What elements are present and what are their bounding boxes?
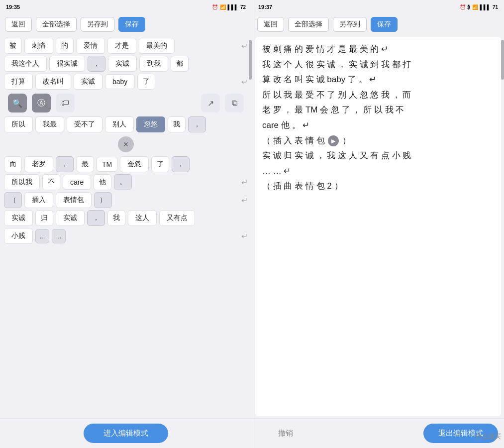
chip-bu[interactable]: 不	[42, 174, 60, 190]
chip-biaoqingbao[interactable]: 表情包	[56, 192, 92, 208]
text-line-6: care 他 。 ↵	[262, 120, 309, 130]
chip-citong[interactable]: 刺痛	[24, 38, 53, 54]
chip-ellipsis2[interactable]: ...	[52, 229, 66, 243]
right-scroll-indicator[interactable]	[501, 40, 504, 80]
wifi-icon: 📶	[220, 4, 226, 10]
text-line-1: 被 刺 痛 的 爱 情 才 是 最 美 的 ↵	[262, 44, 388, 54]
chip-shounbuliao[interactable]: 受不了	[67, 116, 102, 132]
tag-action-icon[interactable]: 🏷	[56, 94, 75, 112]
chip-ellipsis1[interactable]: ...	[35, 229, 49, 243]
chip-aiqing[interactable]: 爱情	[76, 38, 105, 54]
close-circle-row: ✕	[4, 134, 248, 154]
chip-bei[interactable]: 被	[4, 38, 22, 54]
chip-wozui[interactable]: 我最	[35, 116, 64, 132]
chip-er[interactable]: 而	[4, 156, 22, 172]
chip-charu[interactable]: 插入	[24, 192, 53, 208]
chip-caishi[interactable]: 才是	[107, 38, 136, 54]
chip-baby[interactable]: baby	[105, 74, 135, 89]
chip-row-8: （ 插入 表情包 ） ↵	[4, 192, 248, 208]
right-text-view[interactable]: 被 刺 痛 的 爱 情 才 是 最 美 的 ↵ 我 这 个 人 很 实 诚 ， …	[255, 37, 501, 416]
chip-close-bracket[interactable]: ）	[94, 192, 112, 208]
text-line-9: … … ↵	[262, 166, 291, 176]
chip-suoyi1[interactable]: 所以	[4, 116, 33, 132]
text-line-5: 老 罗 ， 最 TM 会 忽 了 ， 所 以 我 不	[262, 105, 404, 114]
chip-huihu[interactable]: 会忽	[120, 156, 149, 172]
chip-youyoudian[interactable]: 又有点	[159, 210, 195, 226]
chip-row-5: 所以 我最 受不了 别人 忽悠 我 ，	[4, 116, 248, 132]
chip-row-2: 我这个人 很实诚 ， 实诚 到我 都	[4, 56, 248, 72]
chip-shicheng2[interactable]: 实诚	[74, 74, 102, 90]
right-cancel-button[interactable]: 撤销	[258, 424, 313, 443]
right-save-as-button[interactable]: 另存到	[333, 17, 367, 32]
share-action-icon[interactable]: ↗	[201, 94, 220, 112]
return-arrow-1: ↵	[241, 41, 248, 51]
chip-care[interactable]: care	[63, 175, 91, 190]
search-action-icon[interactable]: 🔍	[8, 94, 27, 112]
right-battery: 71	[493, 4, 498, 10]
chip-open-bracket[interactable]: （	[4, 192, 22, 208]
chip-laoluo[interactable]: 老罗	[24, 156, 53, 172]
chip-le1[interactable]: 了	[137, 74, 155, 90]
chip-period[interactable]: 。	[114, 174, 132, 190]
chip-zui[interactable]: 最	[76, 156, 94, 172]
right-time: 19:37	[258, 4, 272, 10]
copy-action-icon[interactable]: ⧉	[225, 94, 244, 112]
left-chips-area: 被 刺痛 的 爱情 才是 最美的 ↵ 我这个人 很实诚 ， 实诚 到我 都 打算…	[0, 35, 252, 418]
chip-tm[interactable]: TM	[97, 157, 117, 172]
chip-zheren[interactable]: 这人	[128, 210, 157, 226]
battery-left: 72	[240, 4, 246, 10]
chip-comma4[interactable]: ，	[172, 156, 190, 172]
right-back-button[interactable]: 返回	[257, 17, 284, 32]
left-enter-edit-button[interactable]: 进入编辑模式	[84, 424, 168, 443]
close-circle-button[interactable]: ✕	[118, 136, 134, 152]
text-line-7: （ 插 入 表 情 包	[262, 136, 327, 145]
left-save-button[interactable]: 保存	[118, 17, 145, 32]
chip-comma2[interactable]: ，	[188, 116, 206, 132]
right-select-all-button[interactable]: 全部选择	[288, 17, 329, 32]
return-arrow-3: ↵	[241, 77, 248, 87]
chip-huyou[interactable]: 忽悠	[136, 116, 165, 132]
play-button[interactable]: ▶	[328, 135, 339, 146]
edit-action-icon[interactable]: Ⓐ	[32, 94, 51, 112]
chip-wo2[interactable]: 我	[107, 210, 125, 226]
chip-ta[interactable]: 他	[94, 174, 111, 190]
chip-henshicheng[interactable]: 很实诚	[49, 56, 85, 72]
clock-icon: ⏰	[212, 4, 218, 10]
chip-comma1[interactable]: ，	[88, 56, 105, 72]
chip-shicheng4[interactable]: 实诚	[56, 210, 85, 226]
chip-le2[interactable]: 了	[151, 156, 169, 172]
chip-shicheng3[interactable]: 实诚	[4, 210, 33, 226]
right-save-button[interactable]: 保存	[371, 17, 398, 32]
chip-gaiming[interactable]: 改名叫	[35, 74, 71, 90]
text-line-4: 所 以 我 最 受 不 了 别 人 忽 悠 我 ， 而	[262, 90, 411, 100]
return-arrow-8: ↵	[241, 196, 248, 205]
chip-comma5[interactable]: ，	[87, 210, 105, 226]
chip-xiaojian[interactable]: 小贱	[4, 228, 33, 244]
left-status-icons: ⏰ 📶 ▌▌▌ 72	[212, 4, 246, 10]
left-select-all-button[interactable]: 全部选择	[36, 17, 77, 32]
chip-row-9: 实诚 归 实诚 ， 我 这人 又有点	[4, 210, 248, 226]
chip-bieren[interactable]: 别人	[105, 116, 134, 132]
action-row: 🔍 Ⓐ 🏷 ↗ ⧉	[4, 92, 248, 114]
chip-suoyiwo[interactable]: 所以我	[4, 174, 40, 190]
text-line-8: 实 诚 归 实 诚 ， 我 这 人 又 有 点 小 贱	[262, 151, 411, 160]
chip-daowo[interactable]: 到我	[139, 56, 168, 72]
chip-row-10: 小贱 ... ... ↵	[4, 228, 248, 244]
return-arrow-7: ↵	[241, 178, 248, 187]
chip-shicheng1[interactable]: 实诚	[108, 56, 137, 72]
chip-wozhegren[interactable]: 我这个人	[4, 56, 47, 72]
right-clock-icon: ⏰	[460, 4, 466, 10]
chip-dasuan[interactable]: 打算	[4, 74, 33, 90]
text-line-3: 算 改 名 叫 实 诚 baby 了 。 ↵	[262, 75, 376, 84]
chip-dou[interactable]: 都	[171, 56, 189, 72]
right-status-icons: ⏰ ₿ 📶 ▌▌▌ 71	[460, 4, 498, 10]
left-scroll-indicator[interactable]	[249, 40, 252, 80]
left-back-button[interactable]: 返回	[5, 17, 32, 32]
chip-gui[interactable]: 归	[35, 210, 53, 226]
chip-zuimeide[interactable]: 最美的	[139, 38, 175, 54]
chip-wo1[interactable]: 我	[168, 116, 186, 132]
chip-de1[interactable]: 的	[56, 38, 74, 54]
left-save-as-button[interactable]: 另存到	[81, 17, 114, 32]
left-bottom-bar: 进入编辑模式	[0, 418, 252, 448]
chip-comma3[interactable]: ，	[56, 156, 74, 172]
